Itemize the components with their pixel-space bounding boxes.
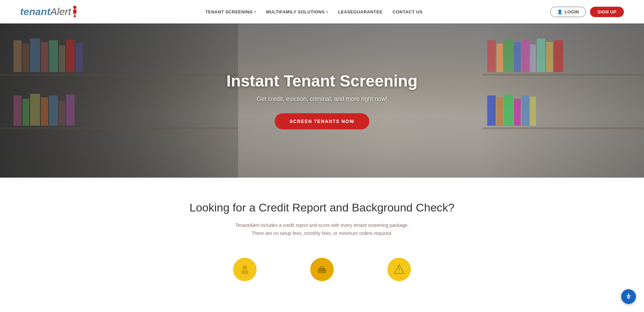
svg-rect-42 xyxy=(318,270,326,271)
nav-links: TENANT SCREENING ▾ MULTIFAMILY SOLUTIONS… xyxy=(205,9,423,14)
icon-item-1 xyxy=(233,258,257,281)
info-heading: Looking for a Credit Report and Backgrou… xyxy=(13,201,631,214)
person-icon: 👤 xyxy=(557,9,562,14)
hero-content: Instant Tenant Screening Get credit, evi… xyxy=(0,23,644,178)
info-body: TenantAlert includes a credit report and… xyxy=(221,222,423,238)
icon-item-2 xyxy=(310,258,334,281)
hero-subtitle: Get credit, eviction, criminal, and more… xyxy=(257,96,387,103)
nav-tenant-screening[interactable]: TENANT SCREENING ▾ xyxy=(205,9,256,14)
logo-icon xyxy=(72,6,78,18)
screen-tenants-button[interactable]: SCREEN TENANTS NOW xyxy=(275,113,369,129)
nav-leaseguarantee[interactable]: LEASEGUARANTEE xyxy=(338,9,383,14)
logo-tenant: tenant xyxy=(20,6,50,17)
svg-rect-39 xyxy=(241,270,248,274)
icon-row xyxy=(0,251,644,281)
svg-point-45 xyxy=(399,271,400,272)
navbar: tenantAlert TENANT SCREENING ▾ MULTIFAMI… xyxy=(0,0,644,23)
svg-rect-3 xyxy=(74,14,75,16)
logo-alert: Alert xyxy=(50,6,71,17)
svg-rect-41 xyxy=(320,267,324,269)
nav-actions: 👤 LOGIN SIGN UP xyxy=(550,7,624,17)
feature-icon-3 xyxy=(387,258,411,281)
nav-multifamily-solutions[interactable]: MULTIFAMILY SOLUTIONS ▾ xyxy=(266,9,328,14)
feature-icon-2 xyxy=(310,258,334,281)
svg-point-0 xyxy=(73,6,76,9)
info-section: Looking for a Credit Report and Backgrou… xyxy=(0,178,644,251)
chevron-down-icon: ▾ xyxy=(254,10,256,14)
login-button[interactable]: 👤 LOGIN xyxy=(550,7,586,17)
svg-rect-44 xyxy=(399,267,400,271)
logo[interactable]: tenantAlert xyxy=(20,6,78,18)
signup-button[interactable]: SIGN UP xyxy=(590,7,624,17)
svg-point-38 xyxy=(243,265,247,270)
hero-title: Instant Tenant Screening xyxy=(226,72,418,90)
nav-contact-us[interactable]: CONTACT US xyxy=(392,9,422,14)
hero-section: Instant Tenant Screening Get credit, evi… xyxy=(0,23,644,178)
icon-item-3 xyxy=(387,258,411,281)
chevron-down-icon: ▾ xyxy=(326,10,328,14)
svg-rect-1 xyxy=(73,9,76,14)
feature-icon-1 xyxy=(233,258,257,281)
